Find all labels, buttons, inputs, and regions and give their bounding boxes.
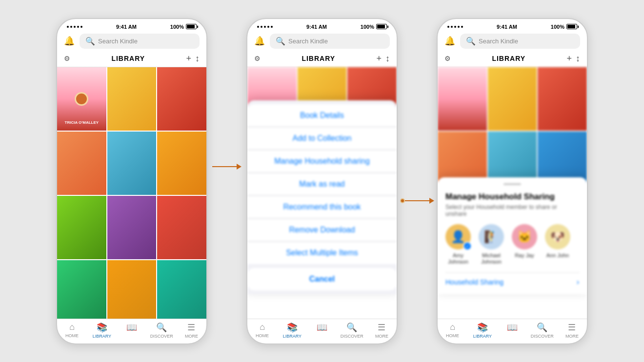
rayjay-emoji: 🐱 — [517, 230, 532, 244]
book-cell-11[interactable] — [107, 260, 157, 319]
filter-icon-2[interactable]: ⚙ — [254, 55, 261, 62]
tab-library-2[interactable]: 📚 LIBRARY — [277, 322, 307, 339]
action-remove-download[interactable]: Remove Download — [247, 219, 397, 242]
tab-more-label-2: MORE — [375, 334, 388, 339]
sort-icon-2[interactable]: ↕ — [385, 54, 390, 64]
action-sheet: Book Details Add to Collection Manage Ho… — [247, 100, 397, 294]
book-cell-4[interactable] — [57, 132, 106, 195]
action-mark-read[interactable]: Mark as read — [247, 173, 397, 196]
avatar-rayjay: 🐱 — [512, 224, 537, 249]
michael-name: MichaelJohnson — [481, 252, 502, 265]
tab-library-1[interactable]: 📚 LIBRARY — [87, 322, 117, 339]
battery-icon-1 — [186, 24, 197, 29]
tab-more-1[interactable]: ☰ MORE — [177, 322, 206, 339]
action-add-collection[interactable]: Add to Collection — [247, 127, 397, 150]
tab-home-2[interactable]: ⌂ HOME — [247, 322, 277, 339]
filter-icon-1[interactable]: ⚙ — [64, 55, 70, 62]
book-cell-9[interactable] — [157, 196, 206, 259]
search-input-1[interactable]: 🔍 Search Kindle — [80, 34, 200, 49]
time-display-1: 9:41 AM — [116, 24, 137, 30]
more-icon-3: ☰ — [568, 322, 576, 333]
add-icon-2[interactable]: + — [376, 54, 382, 64]
book-cell-6[interactable] — [157, 132, 206, 195]
book-cell-5[interactable] — [107, 132, 157, 195]
filter-icon-3[interactable]: ⚙ — [444, 55, 451, 62]
library-header-3: ⚙ LIBRARY + ↕ — [438, 51, 587, 67]
book-cell-2[interactable] — [107, 67, 157, 131]
action-cancel[interactable]: Cancel — [247, 268, 397, 290]
b3-cell-1 — [438, 67, 487, 131]
search-bar-1[interactable]: 🔔 🔍 Search Kindle — [57, 32, 206, 51]
tab-current-book-2[interactable]: 📖 — [307, 322, 337, 339]
search-input-2[interactable]: 🔍 Search Kindle — [270, 34, 390, 49]
tab-discover-1[interactable]: 🔍 DISCOVER — [147, 322, 177, 339]
battery-area-2: 100% — [361, 24, 387, 30]
add-icon-3[interactable]: + — [566, 54, 572, 64]
tab-home-1[interactable]: ⌂ HOME — [57, 322, 87, 339]
tab-current-book-3[interactable]: 📖 — [497, 322, 527, 339]
book-cell-12[interactable] — [157, 260, 206, 319]
book-cell-7[interactable] — [57, 196, 106, 259]
tab-discover-label-1: DISCOVER — [150, 334, 173, 339]
sort-icon-1[interactable]: ↕ — [195, 54, 200, 64]
header-icons-3: + ↕ — [566, 54, 580, 64]
search-placeholder-3: Search Kindle — [479, 38, 518, 45]
bell-icon-1[interactable]: 🔔 — [64, 36, 75, 46]
battery-area-3: 100% — [551, 24, 577, 30]
tab-discover-2[interactable]: 🔍 DISCOVER — [337, 322, 367, 339]
action-select-multiple[interactable]: Select Multiple Items — [247, 242, 397, 264]
phone-2: 9:41 AM 100% 🔔 🔍 Search Kindle ⚙ LIBRARY — [246, 18, 398, 344]
ann-emoji: 🐶 — [550, 230, 565, 244]
arrow-indicator-2 — [400, 198, 434, 204]
bell-icon-3[interactable]: 🔔 — [444, 36, 455, 46]
home-icon-1: ⌂ — [69, 322, 75, 332]
status-bar-2: 9:41 AM 100% — [247, 19, 397, 32]
michael-emoji: 🧗 — [484, 230, 499, 244]
book-cell-good-girl[interactable]: TRICIA O'MALLEY — [57, 67, 106, 131]
book-cell-8[interactable] — [107, 196, 157, 259]
tab-library-3[interactable]: 📚 LIBRARY — [467, 322, 497, 339]
bell-icon-2[interactable]: 🔔 — [254, 36, 265, 46]
arrow-2 — [398, 198, 437, 204]
more-icon-2: ☰ — [378, 322, 385, 333]
member-ann[interactable]: 🐶 Ann John — [545, 224, 570, 265]
book-grid-wrapper-1: TRICIA O'MALLEY — [57, 67, 206, 319]
tab-home-label-1: HOME — [65, 333, 79, 338]
member-michael[interactable]: 🧗 MichaelJohnson — [479, 224, 504, 265]
tab-bar-2: ⌂ HOME 📚 LIBRARY 📖 🔍 DISCOVER ☰ MORE — [247, 319, 397, 343]
search-placeholder-1: Search Kindle — [98, 38, 138, 45]
member-amy[interactable]: 👤 ✓ AmyJohnson — [445, 224, 471, 265]
sort-icon-3[interactable]: ↕ — [576, 54, 580, 64]
tab-discover-label-3: DISCOVER — [531, 334, 554, 339]
tab-home-3[interactable]: ⌂ HOME — [438, 322, 467, 339]
add-icon-1[interactable]: + — [186, 54, 191, 64]
book-cell-10[interactable] — [57, 260, 106, 319]
action-book-details[interactable]: Book Details — [247, 104, 397, 127]
long-press-indicator — [75, 92, 88, 106]
time-display-2: 9:41 AM — [306, 24, 327, 30]
book-cell-3[interactable] — [157, 67, 206, 131]
amy-emoji: 👤 — [451, 230, 465, 244]
tab-current-book-1[interactable]: 📖 — [117, 322, 146, 339]
blurred-library-3: Manage Household Sharing Select your Hou… — [438, 67, 587, 319]
tab-discover-3[interactable]: 🔍 DISCOVER — [527, 322, 557, 339]
more-icon-1: ☰ — [187, 322, 195, 333]
signal-indicator — [67, 26, 82, 28]
member-rayjay[interactable]: 🐱 Ray Jay — [512, 224, 537, 265]
household-sharing-link[interactable]: Household Sharing › — [445, 272, 579, 286]
search-bar-2[interactable]: 🔔 🔍 Search Kindle — [247, 32, 397, 51]
search-placeholder-2: Search Kindle — [288, 38, 328, 45]
avatar-michael: 🧗 — [479, 224, 504, 249]
ann-name: Ann John — [546, 252, 569, 259]
search-magnifier-1: 🔍 — [85, 37, 95, 46]
members-row: 👤 ✓ AmyJohnson 🧗 MichaelJohnson — [445, 224, 579, 265]
search-bar-3[interactable]: 🔔 🔍 Search Kindle — [438, 32, 587, 51]
action-recommend[interactable]: Recommend this book — [247, 196, 397, 219]
library-icon-1: 📚 — [97, 322, 107, 333]
tab-more-2[interactable]: ☰ MORE — [367, 322, 397, 339]
search-input-3[interactable]: 🔍 Search Kindle — [460, 34, 580, 49]
book-icon-3: 📖 — [507, 322, 518, 333]
action-household[interactable]: Manage Household sharing — [247, 150, 397, 173]
tab-more-3[interactable]: ☰ MORE — [557, 322, 587, 339]
search-magnifier-2: 🔍 — [276, 37, 285, 46]
